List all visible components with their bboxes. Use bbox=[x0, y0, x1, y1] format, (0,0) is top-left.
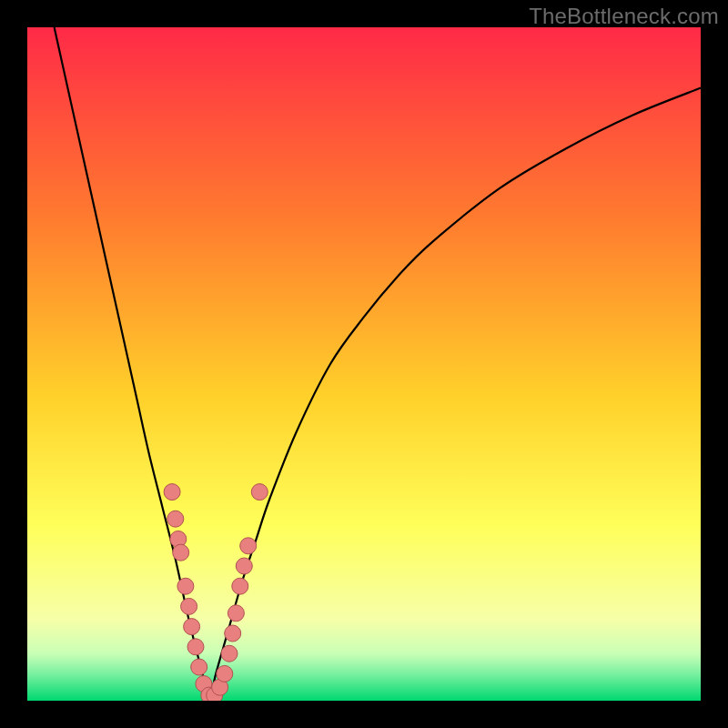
marker-point bbox=[225, 625, 241, 642]
marker-point bbox=[191, 659, 207, 675]
marker-point bbox=[184, 619, 200, 635]
marker-point bbox=[164, 484, 180, 500]
marker-point bbox=[228, 605, 244, 622]
marker-point bbox=[251, 484, 268, 500]
marker-point bbox=[236, 558, 252, 574]
marker-point bbox=[187, 639, 204, 655]
bottleneck-curve-svg bbox=[27, 27, 701, 701]
marker-group bbox=[164, 484, 268, 701]
marker-point bbox=[221, 645, 238, 662]
marker-point bbox=[240, 538, 257, 554]
marker-point bbox=[167, 511, 184, 527]
bottleneck-curve bbox=[55, 27, 701, 701]
chart-frame: TheBottleneck.com bbox=[0, 0, 728, 728]
watermark-text: TheBottleneck.com bbox=[529, 4, 719, 29]
plot-area bbox=[27, 27, 701, 701]
marker-point bbox=[177, 578, 194, 594]
marker-point bbox=[173, 544, 189, 561]
marker-point bbox=[232, 578, 248, 594]
marker-point bbox=[181, 598, 197, 614]
marker-point bbox=[217, 665, 233, 682]
